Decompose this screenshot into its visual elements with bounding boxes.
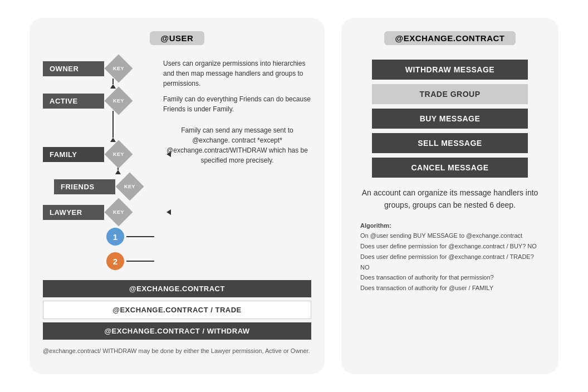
badge-1: 1 xyxy=(106,228,124,246)
contract-box-2: @EXCHANGE.CONTRACT / WITHDRAW xyxy=(43,322,311,340)
family-key-label: KEY xyxy=(113,151,124,157)
family-key-diamond: KEY xyxy=(105,140,133,169)
description-col: Users can organize permissions into hier… xyxy=(163,58,311,222)
left-panel-title: @USER xyxy=(150,31,205,45)
friends-box: FRIENDS xyxy=(54,179,115,194)
contract-box-0: @EXCHANGE.CONTRACT xyxy=(43,280,311,297)
footnote: @exchange.contract/ WITHDRAW may be done… xyxy=(43,346,311,356)
active-key-label: KEY xyxy=(113,98,124,104)
friends-key-label: KEY xyxy=(124,184,135,189)
algorithm-section: Algorithm: On @user sending BUY MESSAGE … xyxy=(355,220,545,293)
active-row: ACTIVE KEY xyxy=(43,91,154,111)
msg-4: CANCEL MESSAGE xyxy=(372,158,528,178)
msg-2: BUY MESSAGE xyxy=(372,109,528,129)
lawyer-row: LAWYER KEY xyxy=(43,202,154,222)
msg-0: WITHDRAW MESSAGE xyxy=(372,60,528,80)
active-box: ACTIVE xyxy=(43,94,104,109)
desc2: Family can do everything Friends can do … xyxy=(163,94,311,114)
algo-line-3: Does transaction of authority for that p… xyxy=(360,272,540,283)
left-panel: @USER OWNER KEY ACTIVE KEY xyxy=(30,18,325,374)
msg-1: TRADE GROUP xyxy=(372,84,528,104)
contract-boxes: @EXCHANGE.CONTRACT @EXCHANGE.CONTRACT / … xyxy=(43,280,311,340)
desc1: Users can organize permissions into hier… xyxy=(163,58,311,89)
owner-row: OWNER KEY xyxy=(43,58,154,79)
right-panel: @EXCHANGE.CONTRACT WITHDRAW MESSAGE TRAD… xyxy=(341,18,558,374)
family-row: FAMILY KEY xyxy=(43,144,154,164)
desc3: Family can send any message sent to @exc… xyxy=(163,125,311,165)
lawyer-box: LAWYER xyxy=(43,205,104,220)
right-panel-title: @EXCHANGE.CONTRACT xyxy=(384,31,516,45)
right-description: An account can organize its message hand… xyxy=(355,187,545,212)
algo-line-1: Does user define permission for @exchang… xyxy=(360,241,540,252)
owner-box: OWNER xyxy=(43,61,104,76)
algo-line-4: Does transaction of authority for @user … xyxy=(360,283,540,293)
msg-3: SELL MESSAGE xyxy=(372,133,528,153)
badge-2: 2 xyxy=(106,252,124,270)
friends-row: FRIENDS KEY xyxy=(54,177,154,197)
algo-line-2: Does user define permission for @exchang… xyxy=(360,252,540,272)
lawyer-key-diamond: KEY xyxy=(105,198,133,227)
lawyer-key-label: KEY xyxy=(113,209,124,215)
owner-key-label: KEY xyxy=(113,66,124,71)
right-messages: WITHDRAW MESSAGE TRADE GROUP BUY MESSAGE… xyxy=(355,60,545,178)
family-box: FAMILY xyxy=(43,147,104,162)
algo-title: Algorithm: xyxy=(360,222,391,229)
algo-line-0: On @user sending BUY MESSAGE to @exchang… xyxy=(360,231,540,241)
contract-box-1: @EXCHANGE.CONTRACT / TRADE xyxy=(43,301,311,319)
